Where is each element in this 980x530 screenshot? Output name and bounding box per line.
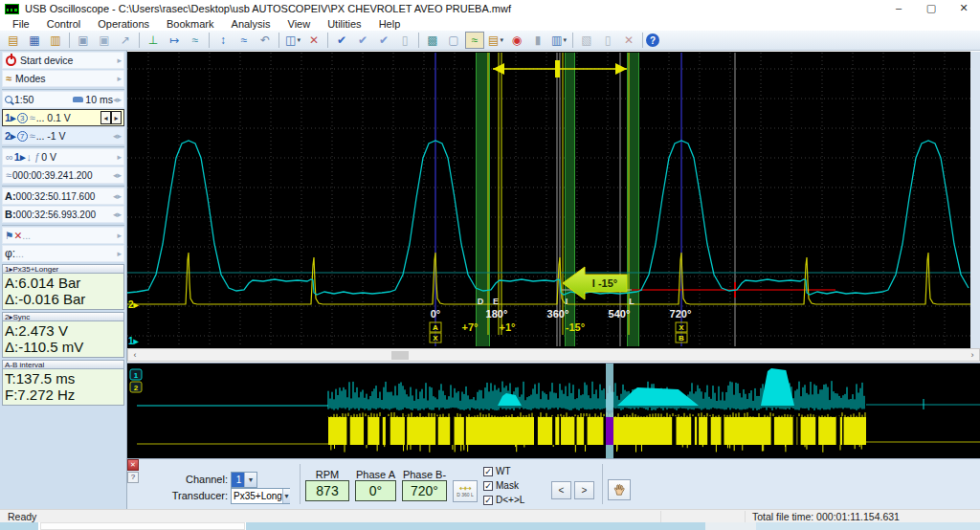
chart-grid-icon[interactable]: ▩ [423,32,442,49]
move-marker-icon[interactable]: ↦ [165,32,184,49]
export-file-icon[interactable]: ▥ [46,32,65,49]
ch1-waveform [127,141,969,295]
flag-row[interactable]: ⚑ ✕ ... ▸ [2,227,124,244]
record-icon[interactable]: ◉ [507,32,526,49]
open-folder-dd-icon[interactable]: ▤▾ [486,32,505,49]
svg-text:1: 1 [134,371,139,380]
phase-row[interactable]: φ: ... ▸ [2,245,124,262]
svg-text:X: X [433,334,438,342]
check-icon[interactable]: ✔ [332,32,351,49]
save-icon[interactable]: ▦ [25,32,44,49]
checkbox-icon: ✓ [483,496,493,505]
check-down-icon[interactable]: ✔ [353,32,372,49]
channel1-settings-row[interactable]: 1▸ 3 ≈ ... 0.1 V ◂ ▸ [2,109,124,126]
toolbar: ▤▦▥▣▣↗⊥↦≈↕≈↶◫▾✕✔✔✔▯▩▢≈▤▾◉▮▥▾▧▯✕? [0,31,980,51]
measure-panel-px35: A:6.014 Bar Δ:-0.016 Bar [2,274,124,310]
panel-help-button[interactable]: ? [127,472,139,483]
ch2-zero-marker: 2▸ [128,299,140,310]
maximize-button[interactable]: ▢ [915,0,947,17]
ground-marker-icon[interactable]: ⊥ [144,32,163,49]
flag-icon: ⚑ [5,230,13,241]
scroll-right-button[interactable]: › [967,350,978,361]
degree-label: 0° [431,308,441,320]
probe-icon: 3 [17,113,28,123]
checkbox-mask[interactable]: ✓Mask [483,479,524,492]
overlay-waves-icon[interactable]: ≈ [465,32,484,49]
menu-item-view[interactable]: View [279,18,320,30]
sync-settings-row[interactable]: ∞ 1▸ ↓ ƒ 0 V ▸ [2,148,124,166]
measure-panel-header-ab[interactable]: A-B interval [2,360,124,369]
signal-setup-icon[interactable]: ≈ [186,32,205,49]
range-down-button[interactable]: ◂ [100,111,111,124]
bottom-strip [246,522,705,530]
undo-icon[interactable]: ↶ [256,32,275,49]
menu-item-control[interactable]: Control [38,18,89,30]
pan-hand-button[interactable] [608,479,631,500]
menu-item-utilities[interactable]: Utilities [319,18,369,30]
sort-signals-icon[interactable]: ↕ [213,32,233,49]
pressure-delta-value: Δ:-0.016 Bar [5,291,122,307]
prev-cylinder-button[interactable]: < [551,481,571,499]
power-icon [6,55,16,66]
phase-offset-label: +7° [462,321,479,333]
usb-oscilloscope-window: USB Oscilloscope - C:\Users\rasec\Deskto… [0,0,980,530]
help-icon[interactable]: ? [646,33,659,47]
measure-panel-header-px35[interactable]: 1▸Px35+Longer [2,264,124,274]
copy-fragment-icon[interactable]: ▣ [95,32,114,49]
open-file-icon[interactable]: ▤ [4,32,23,49]
scroll-left-button[interactable]: ‹ [129,350,141,361]
check-down2-icon[interactable]: ✔ [374,32,393,49]
modes-button[interactable]: ≈ Modes ▸ [2,70,124,87]
bottom-strip [40,522,245,530]
menu-item-bookmark[interactable]: Bookmark [158,18,223,30]
phase-ba-value: 720° [402,480,447,501]
pressure-a-value: A:6.014 Bar [5,275,122,291]
marker-b-row[interactable]: B: 000:32:56.993.200 ◂▸ [2,206,124,223]
checkbox-dl[interactable]: ✓D<+>L [483,494,524,506]
display-mode-icon[interactable]: ◫▾ [283,32,302,49]
phase-a-value: 0° [355,480,396,501]
grayed-close-icon[interactable]: ✕ [619,32,638,49]
report-icon[interactable]: ▯ [395,32,414,49]
bottom-strip [756,522,980,530]
minimize-button[interactable]: – [882,0,915,17]
wave-icon[interactable]: ≈ [234,32,254,49]
stop-icon[interactable]: ▮ [528,32,547,49]
main-waveform-plot[interactable]: 0°180°360°540°720°DEIL+7°+1°-15°AXXBI -1… [127,53,970,346]
cursor-time-row[interactable]: ≈ 000:00:39.241.200 ◂▸ [2,166,124,184]
overview-ch1-hump [617,387,699,406]
delete-marker-icon[interactable]: ✕ [304,32,323,49]
range-up-button[interactable]: ▸ [111,111,122,124]
next-cylinder-button[interactable]: > [574,481,594,499]
degree-label: 720° [670,308,692,320]
ab-freq-value: F:7.272 Hz [5,386,122,403]
menu-item-operations[interactable]: Operations [89,18,158,30]
copy-screen-icon[interactable]: ▣ [74,32,93,49]
horizontal-scrollbar[interactable]: ‹ › [127,348,980,362]
channel-select[interactable]: 1 ▼ [231,472,257,488]
overview-waveform-panel[interactable]: 12 [127,363,980,458]
timing-scale-button[interactable]: ↤↦ D 360 L [453,480,478,502]
menu-item-analysis[interactable]: Analysis [223,18,279,30]
vertical-scroll-strip[interactable] [970,52,980,348]
menu-item-file[interactable]: File [4,18,38,30]
cards-icon[interactable]: ▥▾ [549,32,568,49]
checkbox-wt[interactable]: ✓WT [483,465,524,477]
marker-a-row[interactable]: A: 000:32:50.117.600 ◂▸ [2,188,124,205]
svg-text:B: B [679,334,684,342]
menu-item-help[interactable]: Help [370,18,410,30]
grayed-grid-icon[interactable]: ▧ [577,32,596,49]
close-button[interactable]: ✕ [947,0,980,17]
panel-close-button[interactable]: ✕ [127,459,139,471]
zoom-time-row[interactable]: 1:50 10 ms ◂▸ [2,91,124,108]
measure-panel-header-sync[interactable]: 2▸Sync [2,312,124,321]
channel2-settings-row[interactable]: 2▸ 7 ≈ ... -1 V ◂▸ [2,127,124,144]
send-icon[interactable]: ↗ [116,32,135,49]
transducer-select[interactable]: Px35+Long ▼ [231,488,290,504]
bottom-strip [0,522,38,530]
svg-text:2: 2 [134,384,139,392]
grayed-doc-icon[interactable]: ▯ [598,32,617,49]
scrollbar-thumb[interactable] [391,351,409,360]
start-device-button[interactable]: Start device ▸ [2,52,124,69]
link-icon[interactable]: ▢ [444,32,463,49]
